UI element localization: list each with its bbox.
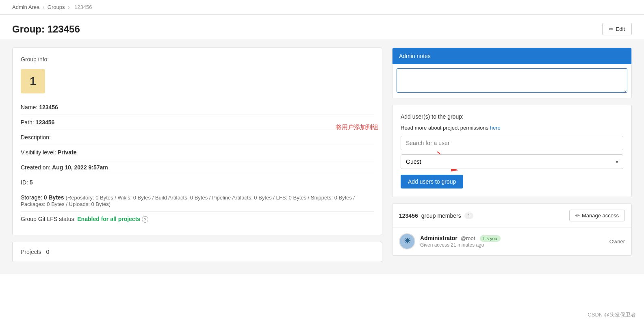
admin-notes-header: Admin notes — [392, 48, 631, 64]
main-content: Group info: 1 Name: 123456 Path: 123456 … — [0, 39, 644, 274]
breadcrumb-current: 123456 — [74, 4, 92, 10]
chinese-annotation: 将用户添加到组 — [336, 124, 378, 131]
pencil-icon: ✏ — [609, 26, 614, 32]
add-users-button[interactable]: Add users to group — [401, 175, 463, 188]
breadcrumb: Admin Area › Groups › 123456 — [12, 4, 632, 10]
description-label: Description: — [21, 134, 51, 141]
members-group-name: 123456 — [399, 212, 418, 219]
visibility-label: Visibility level: — [21, 149, 56, 156]
created-value: Aug 10, 2022 9:57am — [52, 164, 108, 171]
help-icon[interactable]: ? — [142, 216, 148, 223]
avatar-icon: ✳ — [400, 234, 414, 249]
created-row: Created on: Aug 10, 2022 9:57am — [21, 160, 374, 175]
search-user-input[interactable] — [401, 136, 623, 150]
id-row: ID: 5 — [21, 175, 374, 190]
member-role: Owner — [609, 238, 625, 245]
breadcrumb-sep1: › — [43, 4, 44, 10]
annotation-wrapper: 将用户添加到组 — [401, 136, 623, 154]
edit-button[interactable]: ✏ Edit — [602, 23, 632, 35]
permissions-prefix: Read more about project permissions — [401, 125, 488, 131]
members-title: 123456 group members 1 — [399, 212, 473, 219]
name-row: Name: 123456 — [21, 100, 374, 115]
breadcrumb-sep2: › — [68, 4, 69, 10]
lfs-label: Group Git LFS status: — [21, 216, 76, 222]
watermark: CSDN @头发保卫者 — [588, 311, 636, 318]
member-left: ✳ Administrator @root It's you Given acc… — [399, 233, 501, 249]
svg-text:✳: ✳ — [404, 237, 410, 245]
member-access-time: Given access 21 minutes ago — [420, 242, 501, 248]
name-value: 123456 — [39, 104, 58, 110]
manage-access-label: Manage access — [582, 212, 619, 219]
path-row: Path: 123456 — [21, 115, 374, 130]
path-label: Path: — [21, 119, 34, 126]
visibility-row: Visibility level: Private — [21, 145, 374, 160]
breadcrumb-admin[interactable]: Admin Area — [12, 4, 39, 10]
role-select-wrapper: Guest Reporter Developer Maintainer Owne… — [401, 154, 623, 169]
table-row: ✳ Administrator @root It's you Given acc… — [392, 228, 631, 255]
admin-notes-body — [392, 64, 631, 98]
permissions-text: Read more about project permissions here — [401, 125, 623, 131]
add-users-card: Add user(s) to the group: Read more abou… — [392, 105, 632, 197]
id-label: ID: — [21, 179, 28, 186]
permissions-link[interactable]: here — [490, 125, 501, 131]
lfs-value: Enabled for all projects — [77, 216, 140, 222]
path-value: 123456 — [36, 119, 55, 126]
left-panel: Group info: 1 Name: 123456 Path: 123456 … — [12, 48, 382, 262]
projects-label: Projects — [21, 249, 41, 255]
manage-access-button[interactable]: ✏ Manage access — [569, 210, 625, 221]
description-row: Description: — [21, 130, 374, 145]
right-panel: Admin notes Add user(s) to the group: Re… — [392, 48, 632, 262]
member-info: Administrator @root It's you Given acces… — [420, 235, 501, 248]
edit-label: Edit — [616, 26, 625, 32]
storage-row: Storage: 0 Bytes (Repository: 0 Bytes / … — [21, 190, 374, 212]
page-title: Group: 123456 — [12, 24, 80, 35]
storage-detail: (Repository: 0 Bytes / Wikis: 0 Bytes / … — [21, 195, 355, 207]
member-name-row: Administrator @root It's you — [420, 235, 501, 241]
members-label: group members — [421, 212, 461, 219]
breadcrumb-groups[interactable]: Groups — [48, 4, 65, 10]
members-count-badge: 1 — [464, 212, 474, 219]
admin-notes-textarea[interactable] — [397, 68, 627, 93]
add-users-title: Add user(s) to the group: — [401, 113, 623, 120]
members-header: 123456 group members 1 ✏ Manage access — [392, 204, 631, 228]
storage-label: Storage: — [21, 194, 42, 201]
created-label: Created on: — [21, 164, 50, 171]
group-info-title: Group info: — [21, 56, 374, 63]
avatar: ✳ — [399, 233, 415, 249]
pencil-icon-manage: ✏ — [575, 212, 580, 219]
page-header: Group: 123456 ✏ Edit — [0, 15, 644, 39]
id-value: 5 — [30, 179, 33, 186]
storage-value: 0 Bytes — [44, 194, 64, 201]
lfs-row: Group Git LFS status: Enabled for all pr… — [21, 212, 374, 227]
name-label: Name: — [21, 104, 37, 110]
member-name: Administrator — [420, 235, 458, 241]
top-bar: Admin Area › Groups › 123456 — [0, 0, 644, 15]
its-you-badge: It's you — [480, 235, 501, 242]
page-wrapper: Admin Area › Groups › 123456 Group: 1234… — [0, 0, 644, 325]
role-select[interactable]: Guest Reporter Developer Maintainer Owne… — [401, 154, 623, 169]
projects-count: 0 — [46, 249, 49, 255]
group-info-card: Group info: 1 Name: 123456 Path: 123456 … — [12, 48, 382, 235]
visibility-value: Private — [58, 149, 77, 156]
group-avatar: 1 — [21, 69, 45, 93]
admin-notes-card: Admin notes — [392, 48, 632, 98]
member-username: @root — [461, 235, 475, 241]
members-card: 123456 group members 1 ✏ Manage access — [392, 204, 632, 256]
projects-card: Projects 0 — [12, 242, 382, 262]
